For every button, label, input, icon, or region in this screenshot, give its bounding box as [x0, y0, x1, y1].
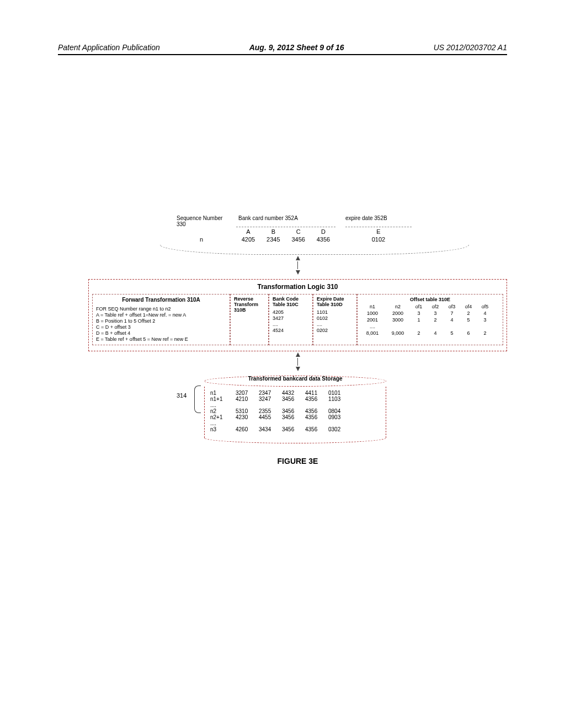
offset-cell: 6: [461, 330, 476, 336]
offset-cell: 3: [412, 311, 426, 316]
sequence-number-label: Sequence Number 330: [177, 215, 226, 227]
storage-cell: 1103: [328, 396, 349, 402]
storage-ref-label: 314: [177, 392, 186, 399]
col-head-b: B: [263, 228, 283, 235]
offset-table-cell: Offset table 310E n1 n2 of1 of2 of3 of4 …: [357, 294, 503, 345]
offset-cell: 9,000: [386, 330, 409, 336]
transformation-logic-box: Transformation Logic 310 Forward Transfo…: [88, 279, 507, 351]
storage-row: ....: [210, 420, 380, 426]
storage-cell: 4260: [236, 426, 257, 432]
storage-cell: n2+1: [210, 414, 233, 420]
expire-date-row: 1101: [317, 309, 353, 315]
offset-cell: 3: [428, 311, 443, 316]
offset-cell: 4: [428, 330, 443, 336]
col-head-a: A: [238, 228, 258, 235]
storage-row: n1 3207 2347 4432 4411 0101: [210, 390, 380, 396]
offset-cell: 7: [445, 311, 459, 316]
brace-icon: [194, 386, 201, 413]
fwd-line: E = Table ref + offset 5 = New ref = new…: [96, 336, 226, 342]
storage-cell: 4356: [305, 408, 326, 414]
offset-col: of5: [478, 304, 492, 309]
storage-cell: 4230: [236, 414, 257, 420]
storage-cell: n1+1: [210, 396, 233, 402]
figure-3e: Sequence Number 330 Bank card number 352…: [88, 215, 507, 465]
storage-cell: 4455: [259, 414, 280, 420]
bank-group-a: 4205: [238, 236, 258, 243]
col-head-d: D: [313, 228, 333, 235]
storage-cell: 0903: [328, 414, 349, 420]
fwd-line: C = D + offset 3: [96, 324, 226, 330]
fwd-line: A = Table ref + offset 1=New ref. = new …: [96, 312, 226, 318]
offset-cell: 3000: [386, 317, 409, 323]
storage-title: Transformed bankcard data Storage: [204, 376, 386, 387]
col-head-e: E: [345, 228, 412, 235]
offset-table-grid: n1 n2 of1 of2 of3 of4 of5 1000 2000 3 3 …: [361, 304, 499, 336]
storage-cell: 3247: [259, 396, 280, 402]
fwd-line: B = Position 1 to 5 Offset 2: [96, 318, 226, 324]
input-column-heads: A B C D E: [177, 228, 469, 235]
offset-cell: 1000: [361, 311, 384, 316]
storage-row: n3 4260 3434 3456 4356 0302: [210, 426, 380, 432]
offset-col: of2: [428, 304, 443, 309]
storage-cell: 3456: [282, 408, 303, 414]
input-labels-row: Sequence Number 330 Bank card number 352…: [177, 215, 469, 227]
forward-transformation-title: Forward Transformation 310A: [96, 297, 226, 303]
storage-body: n1 3207 2347 4432 4411 0101 n1+1 4210 32…: [204, 387, 386, 438]
storage-cell: 0804: [328, 408, 349, 414]
offset-col: of4: [461, 304, 476, 309]
arrow-up-icon: [296, 352, 300, 357]
storage-cell: 4210: [236, 396, 257, 402]
storage-cell: 0302: [328, 426, 349, 432]
storage-cell: n3: [210, 426, 233, 432]
header-left: Patent Application Publication: [58, 43, 160, 52]
offset-cell: 2001: [361, 317, 384, 323]
offset-col: n1: [361, 304, 384, 309]
cylinder-bottom-icon: [204, 438, 386, 443]
storage-cell: 3456: [282, 426, 303, 432]
offset-cell: 8,001: [361, 330, 384, 336]
storage-cell: 5310: [236, 408, 257, 414]
offset-col: n2: [386, 304, 409, 309]
offset-cell: 2: [478, 330, 492, 336]
header-center: Aug. 9, 2012 Sheet 9 of 16: [249, 43, 344, 52]
bank-code-table-cell: Bank Code Table 310C 4205 3427 .... 4524: [269, 294, 313, 345]
expire-date-row: ....: [317, 322, 353, 327]
storage-cell: 4411: [305, 390, 326, 396]
fwd-line: D = B + offset 4: [96, 330, 226, 336]
bank-card-number-label: Bank card number 352A: [236, 215, 335, 227]
transformation-title: Transformation Logic 310: [92, 283, 503, 291]
storage-row: ....: [210, 402, 380, 408]
forward-transformation-cell: Forward Transformation 310A FOR SEQ Numb…: [92, 294, 230, 345]
bank-code-row: 3427: [273, 315, 309, 321]
input-record-block: Sequence Number 330 Bank card number 352…: [177, 215, 469, 255]
expire-date-row: 0202: [317, 328, 353, 333]
offset-cell: 2000: [386, 311, 409, 316]
arrow-up-icon: [296, 256, 300, 260]
storage-cell: 4356: [305, 426, 326, 432]
sequence-value: n: [177, 236, 226, 243]
connector-top: [88, 255, 507, 276]
expire-date-title: Expire Date Table 310D: [317, 297, 353, 308]
bank-group-b: 2345: [263, 236, 283, 243]
offset-col: of3: [445, 304, 459, 309]
offset-col: of1: [412, 304, 426, 309]
input-values-row: n 4205 2345 3456 4356 0102: [177, 236, 469, 243]
header-right: US 2012/0203702 A1: [434, 43, 507, 52]
arrow-down-icon: [296, 367, 300, 371]
expire-date-table-cell: Expire Date Table 310D 1101 0102 .... 02…: [313, 294, 357, 345]
reverse-transform-cell: Reverse Transform 310B: [230, 294, 269, 345]
offset-table-title: Offset table 310E: [361, 297, 499, 302]
expire-date-label: expire date 352B: [345, 215, 412, 227]
bank-code-row: 4524: [273, 328, 309, 333]
storage-cell: 2347: [259, 390, 280, 396]
storage-cell: 4356: [305, 396, 326, 402]
expire-value: 0102: [345, 236, 412, 243]
bank-code-row: ....: [273, 322, 309, 327]
figure-caption: FIGURE 3E: [88, 457, 507, 465]
col-head-c: C: [289, 228, 308, 235]
storage-row: n2+1 4230 4455 3456 4356 0903: [210, 414, 380, 420]
storage-cell: 3434: [259, 426, 280, 432]
offset-cell: 4: [445, 317, 459, 323]
storage-cell: 3456: [282, 396, 303, 402]
storage-cell: 0101: [328, 390, 349, 396]
